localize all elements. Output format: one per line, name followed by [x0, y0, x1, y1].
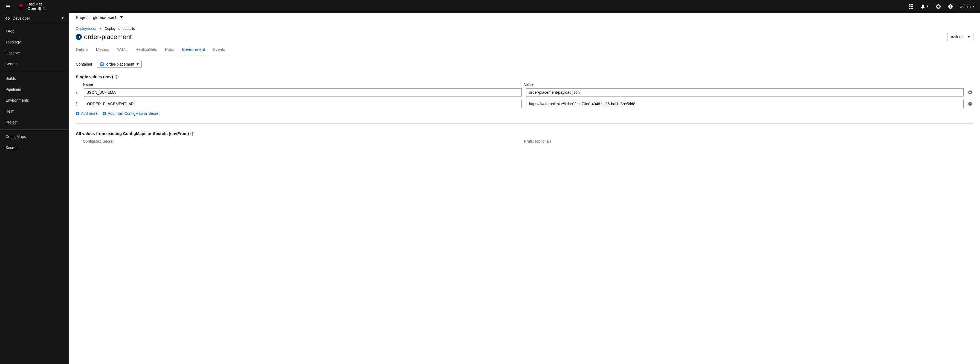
svg-rect-6 [912, 6, 913, 7]
nav-pipelines[interactable]: Pipelines [0, 84, 69, 95]
svg-rect-1 [909, 5, 910, 5]
svg-point-21 [76, 102, 77, 103]
add-from-label: Add from ConfigMap or Secret [108, 111, 159, 116]
user-menu-button[interactable]: admin [960, 5, 975, 9]
notifications-button[interactable]: 3 [921, 5, 929, 9]
perspective-label: Developer [13, 16, 30, 21]
nav-section-a: +Add Topology Observe Search [0, 24, 69, 71]
container-selector[interactable]: C order-placement [97, 61, 142, 68]
env-from-title: All values from existing ConfigMaps or S… [76, 131, 189, 136]
env-from-title-row: All values from existing ConfigMaps or S… [76, 131, 974, 136]
page-title: order-placement [84, 33, 132, 41]
main-content: Project: globex-user1 Deployments Deploy… [69, 13, 980, 364]
env-from-header-row: ConfigMap/Secret Prefix (optional) [76, 139, 974, 144]
plus-circle-icon [936, 5, 940, 9]
actions-dropdown[interactable]: Actions [947, 33, 974, 41]
plus-circle-icon [76, 112, 80, 116]
project-name: globex-user1 [93, 15, 117, 20]
svg-rect-7 [909, 8, 910, 9]
sidebar: Developer +Add Topology Observe Search B… [0, 13, 69, 364]
perspective-switcher[interactable]: Developer [0, 13, 69, 24]
env-from-header-prefix: Prefix (optional) [524, 139, 961, 144]
nav-environments[interactable]: Environments [0, 95, 69, 106]
env-value-input[interactable] [526, 88, 964, 97]
svg-rect-3 [912, 5, 913, 5]
env-single-title: Single values (env) [76, 74, 113, 79]
env-name-input[interactable] [84, 88, 522, 97]
section-divider [76, 123, 974, 123]
caret-down-icon [62, 17, 64, 19]
add-more-label: Add more [81, 111, 98, 116]
nav-secrets[interactable]: Secrets [0, 142, 69, 153]
breadcrumb-parent[interactable]: Deployments [76, 27, 97, 31]
svg-point-13 [76, 91, 77, 92]
svg-point-14 [78, 91, 78, 92]
svg-rect-20 [969, 92, 971, 93]
remove-row-button[interactable] [968, 102, 974, 106]
tabs: Details Metrics YAML ReplicaSets Pods En… [69, 44, 980, 55]
help-icon[interactable]: ? [115, 75, 118, 79]
actions-label: Actions [951, 35, 963, 39]
tab-details[interactable]: Details [76, 44, 88, 55]
breadcrumb: Deployments Deployment details [69, 22, 980, 32]
env-header-value: Value [524, 82, 961, 87]
nav-configmaps[interactable]: ConfigMaps [0, 131, 69, 142]
tab-replicasets[interactable]: ReplicaSets [135, 44, 158, 55]
project-bar: Project: globex-user1 [69, 13, 980, 22]
svg-rect-9 [912, 8, 913, 9]
tab-environment[interactable]: Environment [182, 44, 205, 55]
nav-helm[interactable]: Helm [0, 106, 69, 117]
container-name: order-placement [107, 62, 134, 66]
chevron-right-icon [100, 27, 102, 31]
tab-metrics[interactable]: Metrics [96, 44, 109, 55]
tab-yaml[interactable]: YAML [117, 44, 128, 55]
svg-point-26 [78, 105, 78, 106]
env-row [76, 100, 974, 108]
nav-section-c: ConfigMaps Secrets [0, 129, 69, 155]
container-selector-row: Container: C order-placement [76, 61, 974, 68]
nav-add[interactable]: +Add [0, 26, 69, 36]
caret-down-icon [972, 6, 975, 7]
minus-circle-icon [968, 90, 972, 95]
grid-icon [909, 5, 913, 9]
help-button[interactable]: ? [948, 5, 953, 9]
env-value-input[interactable] [526, 100, 964, 108]
add-links-row: Add more Add from ConfigMap or Secret [76, 111, 974, 116]
container-label: Container: [76, 62, 94, 66]
drag-handle[interactable] [76, 90, 80, 94]
tab-events[interactable]: Events [213, 44, 225, 55]
tab-pods[interactable]: Pods [165, 44, 174, 55]
env-single-title-row: Single values (env) ? [76, 74, 974, 79]
drag-handle[interactable] [76, 102, 80, 106]
nav-topology[interactable]: Topology [0, 36, 69, 47]
user-name: admin [960, 5, 971, 9]
project-selector[interactable]: Project: globex-user1 [76, 15, 123, 20]
svg-rect-4 [909, 6, 910, 7]
svg-point-17 [76, 93, 77, 94]
brand-logo[interactable]: Red Hat OpenShift [18, 2, 46, 11]
svg-rect-5 [910, 6, 912, 7]
bars-icon [5, 4, 10, 9]
env-header-row: Name Value [76, 82, 974, 87]
add-from-configmap-button[interactable]: Add from ConfigMap or Secret [103, 111, 159, 116]
env-name-input[interactable] [84, 100, 522, 108]
svg-point-25 [76, 105, 77, 106]
brand-product: OpenShift [27, 6, 46, 11]
nav-section-b: Builds Pipelines Environments Helm Proje… [0, 71, 69, 129]
nav-search[interactable]: Search [0, 59, 69, 70]
nav-observe[interactable]: Observe [0, 47, 69, 59]
caret-down-icon [120, 16, 123, 18]
import-button[interactable] [936, 5, 940, 9]
app-launcher-button[interactable] [909, 5, 913, 9]
hamburger-menu-button[interactable] [5, 4, 10, 9]
nav-builds[interactable]: Builds [0, 73, 69, 84]
project-label: Project: [76, 15, 90, 20]
nav-project[interactable]: Project [0, 117, 69, 128]
help-icon[interactable]: ? [191, 132, 194, 136]
remove-row-button[interactable] [968, 90, 974, 95]
svg-point-15 [76, 92, 77, 93]
notification-count: 3 [926, 5, 929, 9]
add-more-button[interactable]: Add more [76, 111, 98, 116]
env-from-header-source: ConfigMap/Secret [83, 139, 520, 144]
grip-icon [76, 90, 78, 94]
